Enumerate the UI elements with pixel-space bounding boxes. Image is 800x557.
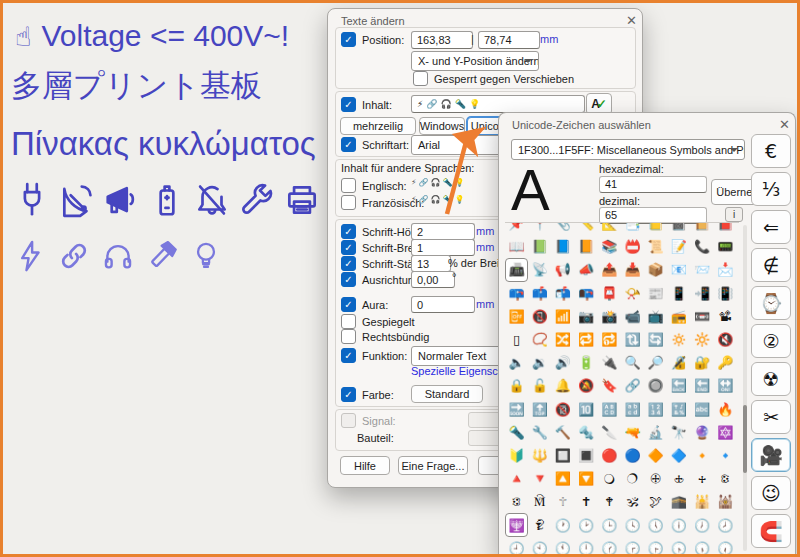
recent-char-button[interactable]: ⇐ <box>751 210 791 244</box>
question-button[interactable]: Eine Frage... <box>398 456 468 475</box>
grid-scrollbar[interactable] <box>743 225 747 551</box>
grid-cell[interactable]: 📐 <box>598 222 621 235</box>
grid-cell[interactable]: 🔧 <box>528 421 551 444</box>
grid-cell[interactable]: 🔫 <box>621 421 644 444</box>
position-y-input[interactable]: 78,74 <box>478 31 540 49</box>
font-width-input[interactable]: 1 <box>411 239 475 256</box>
grid-cell[interactable]: 🕑 <box>575 513 598 536</box>
recent-char-button[interactable]: ∉ <box>751 248 791 282</box>
grid-cell[interactable]: 📰 <box>644 282 667 305</box>
grid-cell[interactable]: 📻 <box>667 305 690 328</box>
recent-char-button[interactable]: ☢ <box>751 362 791 396</box>
grid-cell[interactable]: 🔛 <box>714 374 737 397</box>
rotation-input[interactable]: 0,00 <box>411 271 455 288</box>
grid-cell[interactable]: 🔯 <box>714 421 737 444</box>
content-input[interactable]: ⚡🔗🎧🔦💡 <box>411 95 585 113</box>
grid-cell[interactable]: 📱 <box>667 282 690 305</box>
color-standard-button[interactable]: Standard <box>411 385 483 403</box>
grid-cell[interactable]: 🔄 <box>644 328 667 351</box>
grid-cell[interactable]: 🕡 <box>714 537 737 556</box>
grid-cell[interactable]: 🔿 <box>621 467 644 490</box>
grid-cell[interactable]: 📓 <box>667 222 690 235</box>
right-align-checkbox[interactable] <box>341 329 356 344</box>
grid-cell[interactable]: 📧 <box>667 258 690 281</box>
grid-cell[interactable]: 📗 <box>528 235 551 258</box>
grid-cell[interactable]: 🔆 <box>691 328 714 351</box>
grid-cell[interactable]: 📤 <box>598 258 621 281</box>
grid-cell[interactable]: 📴 <box>505 305 528 328</box>
grid-cell[interactable]: 🔸 <box>691 444 714 467</box>
grid-cell[interactable]: 🔷 <box>667 444 690 467</box>
grid-cell[interactable]: 📿 <box>528 328 551 351</box>
font-weight-input[interactable]: 13 <box>411 255 451 272</box>
grid-cell[interactable]: 🔃 <box>621 328 644 351</box>
grid-cell[interactable]: 🕀 <box>644 467 667 490</box>
grid-cell[interactable]: 📞 <box>691 235 714 258</box>
grid-cell[interactable]: 🔉 <box>528 351 551 374</box>
grid-cell[interactable]: 📦 <box>644 258 667 281</box>
grid-cell[interactable]: 🔍 <box>621 351 644 374</box>
grid-cell[interactable]: 🔨 <box>551 421 574 444</box>
grid-cell[interactable]: ▯ <box>505 328 528 351</box>
grid-cell[interactable]: 📫 <box>528 282 551 305</box>
position-mode-dropdown[interactable]: X- und Y-Position ändern <box>411 51 539 71</box>
grid-cell[interactable]: 🔢 <box>644 398 667 421</box>
grid-cell[interactable]: 🔶 <box>644 444 667 467</box>
function-checkbox[interactable] <box>341 348 356 363</box>
grid-cell[interactable]: 🔱 <box>528 444 551 467</box>
grid-cell[interactable]: 🕈 <box>598 490 621 513</box>
grid-cell[interactable]: 🕝 <box>621 537 644 556</box>
grid-cell[interactable]: 🔻 <box>528 467 551 490</box>
grid-cell[interactable]: 🔦 <box>505 421 528 444</box>
grid-cell[interactable]: 🕐 <box>551 513 574 536</box>
grid-cell[interactable]: 🕟 <box>667 537 690 556</box>
grid-cell[interactable]: 📹 <box>621 305 644 328</box>
grid-cell[interactable]: 🕉 <box>621 490 644 513</box>
grid-cell[interactable]: 📬 <box>551 282 574 305</box>
grid-cell[interactable]: 🔽 <box>575 467 598 490</box>
grid-cell[interactable]: 🔇 <box>714 328 737 351</box>
recent-char-button[interactable]: ⅓ <box>751 172 791 206</box>
grid-cell[interactable]: 🔘 <box>644 374 667 397</box>
scrollbar-thumb[interactable] <box>743 405 747 473</box>
grid-cell[interactable]: 🕔 <box>644 513 667 536</box>
grid-cell[interactable]: 📷 <box>575 305 598 328</box>
grid-cell[interactable]: 📚 <box>598 235 621 258</box>
grid-cell[interactable]: 🔚 <box>691 374 714 397</box>
position-checkbox[interactable] <box>341 32 356 47</box>
color-checkbox[interactable] <box>341 387 356 402</box>
grid-cell[interactable]: 📠 <box>505 258 528 281</box>
grid-cell[interactable]: 📢 <box>551 258 574 281</box>
grid-cell[interactable]: 📘 <box>551 235 574 258</box>
grid-cell[interactable]: 🕋 <box>667 490 690 513</box>
font-height-checkbox[interactable] <box>341 224 356 239</box>
grid-cell[interactable]: 📛 <box>621 235 644 258</box>
grid-cell[interactable]: 🕓 <box>621 513 644 536</box>
grid-cell[interactable]: 🔋 <box>575 351 598 374</box>
font-width-checkbox[interactable] <box>341 240 356 255</box>
grid-cell[interactable]: 🔐 <box>691 351 714 374</box>
grid-cell[interactable]: 🔂 <box>598 328 621 351</box>
grid-cell[interactable]: 🕂 <box>691 467 714 490</box>
grid-cell[interactable]: 📥 <box>621 258 644 281</box>
grid-cell[interactable]: 🔩 <box>575 421 598 444</box>
grid-cell[interactable]: 🔹 <box>714 444 737 467</box>
grid-cell[interactable]: 🔺 <box>505 467 528 490</box>
grid-cell[interactable]: 🔟 <box>575 398 598 421</box>
grid-cell[interactable]: 🔖 <box>598 374 621 397</box>
grid-cell[interactable]: 🕒 <box>598 513 621 536</box>
grid-cell[interactable]: 🕜 <box>598 537 621 556</box>
grid-cell[interactable]: 📕 <box>714 222 737 235</box>
grid-cell[interactable]: 🔅 <box>667 328 690 351</box>
french-value[interactable]: ⚡🔗🎧🔦💡 <box>411 195 467 204</box>
grid-cell[interactable]: 🔎 <box>644 351 667 374</box>
grid-cell[interactable]: 📯 <box>621 282 644 305</box>
position-x-input[interactable]: 163,83 <box>411 31 473 49</box>
grid-cell[interactable]: 🔜 <box>505 398 528 421</box>
grid-cell[interactable]: 🔥 <box>714 398 737 421</box>
grid-cell[interactable]: 🕞 <box>644 537 667 556</box>
hex-input[interactable]: 41 <box>599 176 707 193</box>
grid-cell[interactable]: 📲 <box>691 282 714 305</box>
grid-cell[interactable]: 📶 <box>551 305 574 328</box>
grid-cell[interactable]: 🕘 <box>505 537 528 556</box>
